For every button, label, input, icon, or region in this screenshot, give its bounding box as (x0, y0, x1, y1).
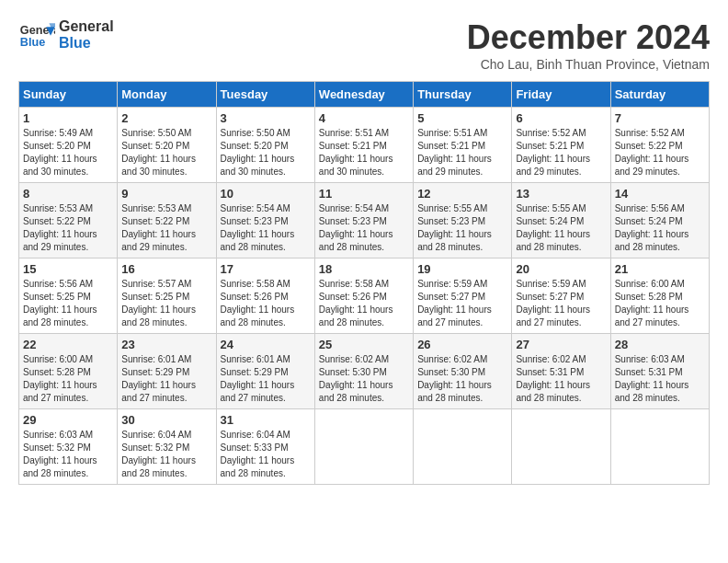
day-info: Sunrise: 5:49 AMSunset: 5:20 PMDaylight:… (23, 127, 113, 178)
calendar-cell: 11Sunrise: 5:54 AMSunset: 5:23 PMDayligh… (314, 183, 413, 259)
calendar-cell: 7Sunrise: 5:52 AMSunset: 5:22 PMDaylight… (610, 108, 709, 183)
calendar-week-row: 15Sunrise: 5:56 AMSunset: 5:25 PMDayligh… (19, 259, 710, 334)
day-number: 10 (221, 187, 311, 201)
calendar-week-row: 22Sunrise: 6:00 AMSunset: 5:28 PMDayligh… (19, 334, 710, 409)
calendar-cell: 3Sunrise: 5:50 AMSunset: 5:20 PMDaylight… (216, 108, 314, 183)
page-header: General Blue General Blue December 2024 … (18, 18, 710, 72)
day-number: 31 (221, 413, 311, 427)
day-info: Sunrise: 5:59 AMSunset: 5:27 PMDaylight:… (417, 278, 507, 329)
day-info: Sunrise: 6:01 AMSunset: 5:29 PMDaylight:… (121, 353, 211, 405)
calendar-cell: 27Sunrise: 6:02 AMSunset: 5:31 PMDayligh… (512, 334, 610, 409)
day-info: Sunrise: 5:52 AMSunset: 5:21 PMDaylight:… (516, 127, 606, 178)
calendar-cell: 25Sunrise: 6:02 AMSunset: 5:30 PMDayligh… (314, 334, 413, 409)
day-info: Sunrise: 6:02 AMSunset: 5:31 PMDaylight:… (516, 353, 606, 405)
day-info: Sunrise: 5:57 AMSunset: 5:25 PMDaylight:… (121, 278, 211, 329)
calendar-cell: 14Sunrise: 5:56 AMSunset: 5:24 PMDayligh… (610, 183, 709, 259)
day-info: Sunrise: 5:56 AMSunset: 5:24 PMDaylight:… (615, 202, 705, 254)
calendar-cell: 2Sunrise: 5:50 AMSunset: 5:20 PMDaylight… (118, 108, 216, 183)
day-number: 22 (23, 338, 113, 351)
day-number: 30 (121, 413, 211, 427)
day-number: 25 (319, 338, 409, 351)
day-info: Sunrise: 6:03 AMSunset: 5:32 PMDaylight:… (23, 429, 113, 480)
day-number: 14 (615, 187, 705, 201)
logo-text-line2: Blue (59, 35, 114, 52)
day-info: Sunrise: 5:50 AMSunset: 5:20 PMDaylight:… (121, 127, 211, 178)
day-number: 27 (516, 338, 606, 351)
day-number: 21 (615, 262, 705, 276)
day-number: 3 (221, 111, 311, 125)
day-info: Sunrise: 6:02 AMSunset: 5:30 PMDaylight:… (319, 353, 409, 405)
calendar-cell: 23Sunrise: 6:01 AMSunset: 5:29 PMDayligh… (118, 334, 216, 409)
day-info: Sunrise: 6:01 AMSunset: 5:29 PMDaylight:… (221, 353, 311, 405)
day-number: 2 (121, 111, 211, 125)
calendar-cell: 5Sunrise: 5:51 AMSunset: 5:21 PMDaylight… (414, 108, 512, 183)
day-info: Sunrise: 5:55 AMSunset: 5:23 PMDaylight:… (417, 202, 507, 254)
title-block: December 2024 Cho Lau, Binh Thuan Provin… (467, 18, 710, 72)
day-number: 19 (417, 262, 507, 276)
day-number: 26 (417, 338, 507, 351)
day-number: 13 (516, 187, 606, 201)
day-number: 7 (615, 111, 705, 125)
day-info: Sunrise: 6:00 AMSunset: 5:28 PMDaylight:… (23, 353, 113, 405)
calendar-week-row: 8Sunrise: 5:53 AMSunset: 5:22 PMDaylight… (19, 183, 710, 259)
day-number: 11 (319, 187, 409, 201)
calendar-cell: 26Sunrise: 6:02 AMSunset: 5:30 PMDayligh… (414, 334, 512, 409)
calendar-cell: 9Sunrise: 5:53 AMSunset: 5:22 PMDaylight… (118, 183, 216, 259)
day-number: 23 (121, 338, 211, 351)
day-number: 16 (121, 262, 211, 276)
calendar-table: SundayMondayTuesdayWednesdayThursdayFrid… (18, 81, 710, 485)
day-info: Sunrise: 5:58 AMSunset: 5:26 PMDaylight:… (221, 278, 311, 329)
weekday-header: Tuesday (216, 82, 314, 108)
day-number: 5 (417, 111, 507, 125)
weekday-header: Saturday (610, 82, 709, 108)
day-number: 8 (23, 187, 113, 201)
calendar-cell (512, 409, 610, 485)
day-info: Sunrise: 6:04 AMSunset: 5:33 PMDaylight:… (221, 429, 311, 480)
calendar-cell: 16Sunrise: 5:57 AMSunset: 5:25 PMDayligh… (118, 259, 216, 334)
calendar-cell: 13Sunrise: 5:55 AMSunset: 5:24 PMDayligh… (512, 183, 610, 259)
day-number: 28 (615, 338, 705, 351)
day-number: 29 (23, 413, 113, 427)
day-info: Sunrise: 5:53 AMSunset: 5:22 PMDaylight:… (23, 202, 113, 254)
day-number: 6 (516, 111, 606, 125)
day-number: 1 (23, 111, 113, 125)
day-number: 20 (516, 262, 606, 276)
location: Cho Lau, Binh Thuan Province, Vietnam (467, 57, 710, 72)
day-number: 24 (221, 338, 311, 351)
calendar-cell: 18Sunrise: 5:58 AMSunset: 5:26 PMDayligh… (314, 259, 413, 334)
day-info: Sunrise: 5:55 AMSunset: 5:24 PMDaylight:… (516, 202, 606, 254)
calendar-cell: 1Sunrise: 5:49 AMSunset: 5:20 PMDaylight… (19, 108, 118, 183)
calendar-cell: 20Sunrise: 5:59 AMSunset: 5:27 PMDayligh… (512, 259, 610, 334)
calendar-week-row: 1Sunrise: 5:49 AMSunset: 5:20 PMDaylight… (19, 108, 710, 183)
day-number: 17 (221, 262, 311, 276)
weekday-header: Wednesday (314, 82, 413, 108)
weekday-header: Friday (512, 82, 610, 108)
calendar-cell (610, 409, 709, 485)
day-info: Sunrise: 5:50 AMSunset: 5:20 PMDaylight:… (221, 127, 311, 178)
calendar-cell: 30Sunrise: 6:04 AMSunset: 5:32 PMDayligh… (118, 409, 216, 485)
day-number: 9 (121, 187, 211, 201)
calendar-cell: 28Sunrise: 6:03 AMSunset: 5:31 PMDayligh… (610, 334, 709, 409)
weekday-header: Sunday (19, 82, 118, 108)
calendar-header-row: SundayMondayTuesdayWednesdayThursdayFrid… (19, 82, 710, 108)
day-info: Sunrise: 5:54 AMSunset: 5:23 PMDaylight:… (221, 202, 311, 254)
day-info: Sunrise: 6:04 AMSunset: 5:32 PMDaylight:… (121, 429, 211, 480)
calendar-cell: 10Sunrise: 5:54 AMSunset: 5:23 PMDayligh… (216, 183, 314, 259)
day-info: Sunrise: 5:51 AMSunset: 5:21 PMDaylight:… (417, 127, 507, 178)
calendar-cell (414, 409, 512, 485)
calendar-cell: 24Sunrise: 6:01 AMSunset: 5:29 PMDayligh… (216, 334, 314, 409)
month-title: December 2024 (467, 18, 710, 57)
calendar-cell: 12Sunrise: 5:55 AMSunset: 5:23 PMDayligh… (414, 183, 512, 259)
calendar-cell: 4Sunrise: 5:51 AMSunset: 5:21 PMDaylight… (314, 108, 413, 183)
day-number: 15 (23, 262, 113, 276)
day-info: Sunrise: 5:52 AMSunset: 5:22 PMDaylight:… (615, 127, 705, 178)
day-info: Sunrise: 6:02 AMSunset: 5:30 PMDaylight:… (417, 353, 507, 405)
logo-text-line1: General (59, 18, 114, 35)
calendar-cell: 29Sunrise: 6:03 AMSunset: 5:32 PMDayligh… (19, 409, 118, 485)
day-info: Sunrise: 5:51 AMSunset: 5:21 PMDaylight:… (319, 127, 409, 178)
calendar-cell: 31Sunrise: 6:04 AMSunset: 5:33 PMDayligh… (216, 409, 314, 485)
calendar-cell: 17Sunrise: 5:58 AMSunset: 5:26 PMDayligh… (216, 259, 314, 334)
day-info: Sunrise: 6:00 AMSunset: 5:28 PMDaylight:… (615, 278, 705, 329)
logo: General Blue General Blue (18, 18, 114, 52)
calendar-week-row: 29Sunrise: 6:03 AMSunset: 5:32 PMDayligh… (19, 409, 710, 485)
